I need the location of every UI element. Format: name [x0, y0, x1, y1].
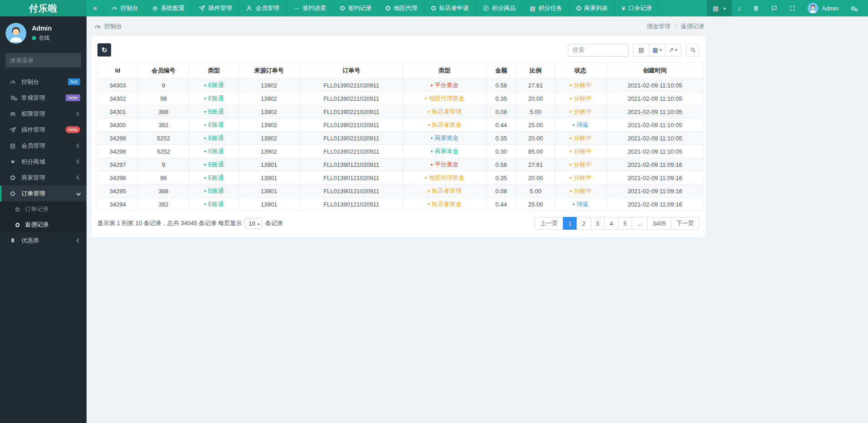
table-row[interactable]: 34295388●E账通13901FLL01390121020911●拓店者管理… — [98, 185, 704, 198]
table-row[interactable]: 343039●E账通13902FLL01390221020911●平台奖金0.5… — [98, 79, 704, 92]
cell-created: 2021-02-09 11:10:05 — [607, 92, 704, 105]
nav-view-dropdown[interactable]: ▤▾ — [707, 0, 731, 16]
sidebar-item-会员管理[interactable]: ▤会员管理 — [0, 138, 87, 154]
page-button-上一页[interactable]: 上一页 — [535, 217, 563, 230]
cell-status: ●分账中 — [555, 105, 607, 119]
cell-source_order: 13902 — [239, 132, 300, 145]
page-button-4[interactable]: 4 — [604, 217, 618, 230]
columns-button[interactable]: ▦▾ — [649, 44, 665, 57]
sidebar-item-积分商城[interactable]: ★积分商城 — [0, 154, 87, 170]
page-button-3[interactable]: 3 — [591, 217, 605, 230]
pagination-info-text: 显示第 1 到第 10 条记录，总共 34045 条记录 每页显示 — [97, 219, 242, 227]
export-button[interactable]: ⇗▾ — [665, 44, 681, 57]
table-row[interactable]: 342995252●E账通13902FLL01390221020911●商家奖金… — [98, 132, 704, 145]
cell-bonus_type: ●平台奖金 — [403, 79, 486, 92]
nav-item-口令记录[interactable]: ¥口令记录 — [615, 0, 659, 16]
circle-icon — [340, 6, 345, 10]
online-status-dot — [32, 36, 36, 40]
settings-button[interactable]: ⚙⚙ — [844, 0, 862, 16]
nav-item-系统配置[interactable]: ⚙系统配置 — [146, 0, 192, 16]
chevron-left-icon — [77, 175, 81, 180]
refresh-button[interactable]: ↻ — [97, 43, 111, 57]
sidebar-item-控制台[interactable]: 控制台hot — [0, 74, 87, 90]
send-icon — [10, 127, 16, 133]
users-icon — [10, 111, 16, 117]
page-size-select[interactable]: 10 ▴ — [245, 218, 262, 229]
nav-item-label: 系统配置 — [161, 4, 184, 12]
sidebar-item-插件管理[interactable]: 插件管理new — [0, 122, 87, 138]
sidebar-item-常规管理[interactable]: ⚙⚙常规管理new — [0, 90, 87, 106]
home-button[interactable]: ⌂ — [732, 0, 747, 16]
cell-source_order: 13901 — [239, 171, 300, 185]
nav-item-拓店者申请[interactable]: 拓店者申请 — [424, 0, 476, 16]
status-dot-icon: ● — [569, 189, 572, 193]
nav-item-地区代理[interactable]: 地区代理 — [379, 0, 424, 16]
page-button-5[interactable]: 5 — [618, 217, 632, 230]
cell-source_order: 13902 — [239, 145, 300, 158]
nav-item-签约记录[interactable]: 签约记录 — [333, 0, 379, 16]
breadcrumb-parent[interactable]: 佣金管理 — [647, 23, 670, 30]
table-row[interactable]: 34301388●E账通13902FLL01390221020911●拓店者管理… — [98, 105, 704, 119]
nav-item-控制台[interactable]: 控制台 — [104, 0, 146, 16]
page-button-3405[interactable]: 3405 — [647, 217, 671, 230]
table-row[interactable]: 3429696●E账通13901FLL01390121020911●地区代理奖金… — [98, 171, 704, 185]
fullscreen-button[interactable] — [783, 0, 802, 16]
breadcrumb-home[interactable]: 控制台 — [104, 22, 122, 31]
sidebar-item-权限管理[interactable]: 权限管理 — [0, 106, 87, 122]
nav-item-label: 地区代理 — [393, 4, 417, 12]
search-button[interactable] — [686, 44, 700, 57]
cell-ratio: 25.00 — [517, 119, 555, 132]
clear-cache-button[interactable] — [747, 0, 765, 16]
page-button-2[interactable]: 2 — [577, 217, 591, 230]
table-row[interactable]: 342985252●E账通13902FLL01390221020911●商家本金… — [98, 145, 704, 158]
chevron-left-icon — [77, 238, 81, 243]
sidebar-subitem-返佣记录[interactable]: 返佣记录 — [0, 217, 87, 232]
cell-member_no: 9 — [138, 158, 189, 171]
sidebar-item-label: 订单管理 — [21, 190, 45, 198]
cell-id: 34300 — [98, 119, 138, 132]
page-button-下一页[interactable]: 下一页 — [671, 217, 700, 230]
sidebar-item-优惠券[interactable]: 优惠券 — [0, 232, 87, 248]
cell-member_no: 392 — [138, 119, 189, 132]
sidebar-user-name: Admin — [32, 25, 52, 32]
sidebar-item-订单管理[interactable]: 订单管理 — [0, 186, 87, 201]
nav-item-积分商品[interactable]: Ⓟ积分商品 — [476, 0, 523, 16]
star-icon: ★ — [10, 158, 15, 165]
cell-ratio: 20.00 — [517, 171, 555, 185]
yen-icon: ¥ — [622, 5, 625, 11]
page-button-1[interactable]: 1 — [563, 217, 577, 230]
status-dot-icon: ● — [569, 136, 572, 140]
detail-view-button[interactable]: ▤ — [633, 44, 649, 57]
nav-item-签约进度[interactable]: ⋯签约进度 — [286, 0, 333, 16]
page-button-...[interactable]: ... — [632, 217, 648, 230]
caret-down-icon: ▾ — [659, 47, 662, 52]
table-row[interactable]: 3430296●E账通13902FLL01390221020911●地区代理奖金… — [98, 92, 704, 105]
cell-account_type: ●E账通 — [189, 158, 239, 171]
trash-icon — [753, 5, 759, 11]
cell-order_no: FLL01390221020911 — [300, 132, 403, 145]
nav-item-积分任务[interactable]: ▤积分任务 — [523, 0, 569, 16]
nav-item-商家列表[interactable]: 商家列表 — [570, 0, 615, 16]
nav-item-会员管理[interactable]: 会员管理 — [239, 0, 286, 16]
table-row[interactable]: 34300392●E账通13902FLL01390221020911●拓店者奖金… — [98, 119, 704, 132]
nav-item-插件管理[interactable]: 插件管理 — [192, 0, 239, 16]
sidebar-user-panel: Admin 在线 — [0, 16, 87, 49]
caret-up-icon: ▴ — [258, 221, 260, 226]
sidebar-item-icon-wrap — [9, 191, 16, 196]
sidebar-item-icon-wrap — [9, 127, 16, 133]
table-row[interactable]: 342979●E账通13901FLL01390121020911●平台奖金0.5… — [98, 158, 704, 171]
nav-item-menu-toggle[interactable]: ≡ — [87, 0, 104, 16]
message-button[interactable] — [765, 0, 783, 16]
sidebar-subitem-订单记录[interactable]: 订单记录 — [0, 201, 87, 217]
status-dot-icon: ● — [430, 149, 433, 154]
cell-created: 2021-02-09 11:10:05 — [607, 132, 704, 145]
view-buttons: ▤ ▦▾ ⇗▾ — [633, 44, 681, 57]
table-search-input[interactable] — [568, 44, 628, 57]
user-menu[interactable]: Admin — [802, 0, 844, 16]
status-dot-icon: ● — [569, 175, 572, 180]
column-header-创建时间: 创建时间 — [607, 62, 704, 79]
user-avatar[interactable] — [5, 23, 26, 44]
sidebar-item-商家管理[interactable]: 商家管理 — [0, 170, 87, 186]
table-row[interactable]: 34294392●E账通13901FLL01390121020911●拓店者奖金… — [98, 198, 704, 211]
sidebar-search-input[interactable] — [10, 57, 90, 64]
